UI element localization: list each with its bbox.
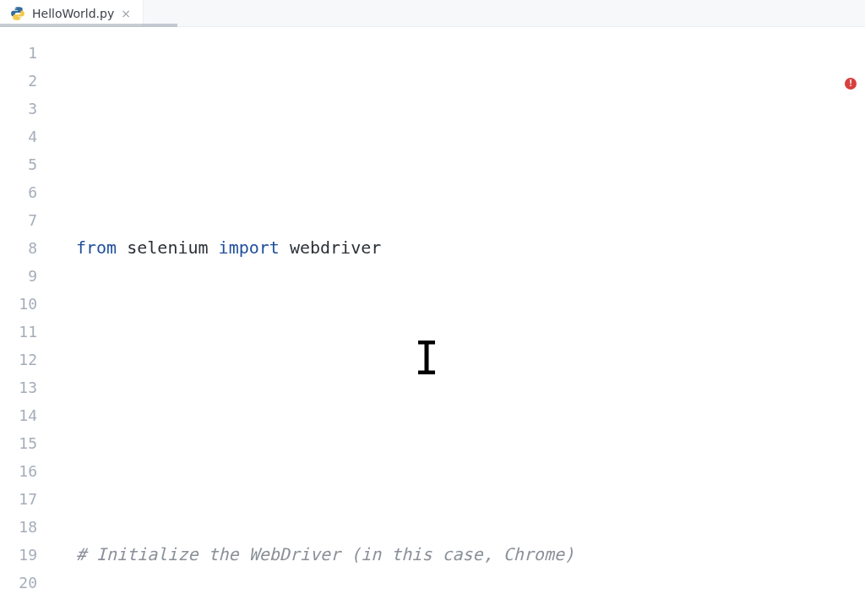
line-number: 12 [0, 346, 37, 373]
code-line[interactable]: from selenium import webdriver [76, 234, 865, 262]
line-number: 19 [0, 541, 37, 569]
keyword: from [76, 237, 117, 258]
tab-bar: HelloWorld.py × [0, 0, 865, 27]
line-number: 11 [0, 318, 37, 346]
line-number: 5 [0, 150, 37, 178]
identifier: selenium [127, 237, 208, 258]
line-number: 9 [0, 262, 37, 290]
line-number: 1 [0, 39, 37, 67]
text-cursor-icon [353, 313, 378, 346]
line-number: 14 [0, 401, 37, 429]
keyword: import [219, 237, 280, 258]
line-number: 3 [0, 95, 37, 123]
code-area[interactable]: ! from selenium import webdriver # Initi… [47, 27, 865, 613]
line-number: 8 [0, 234, 37, 262]
line-number: 17 [0, 485, 37, 513]
comment: # Initialize the WebDriver (in this case… [76, 544, 574, 564]
line-number: 15 [0, 429, 37, 457]
file-tab[interactable]: HelloWorld.py × [0, 0, 144, 26]
error-icon: ! [845, 78, 857, 90]
bottom-edge [0, 613, 865, 616]
file-tab-label: HelloWorld.py [32, 7, 114, 20]
close-icon[interactable]: × [121, 7, 131, 20]
python-icon [10, 6, 25, 21]
gutter: 123456789101112131415161718192021 [0, 27, 47, 613]
line-number: 10 [0, 290, 37, 318]
line-number: 21 [0, 597, 37, 605]
code-line[interactable] [76, 429, 865, 457]
code-line[interactable] [76, 346, 865, 373]
line-number: 7 [0, 206, 37, 234]
line-number: 2 [0, 67, 37, 95]
editor[interactable]: 123456789101112131415161718192021 ! from… [0, 27, 865, 613]
identifier: webdriver [290, 237, 381, 258]
line-number: 6 [0, 178, 37, 206]
code-line[interactable]: # Initialize the WebDriver (in this case… [76, 541, 865, 569]
line-number: 4 [0, 123, 37, 150]
current-line-highlight [47, 597, 865, 613]
line-number: 20 [0, 569, 37, 597]
line-number: 18 [0, 513, 37, 541]
line-number: 16 [0, 457, 37, 485]
file-error-badge[interactable]: ! [784, 39, 857, 123]
line-number: 13 [0, 373, 37, 401]
